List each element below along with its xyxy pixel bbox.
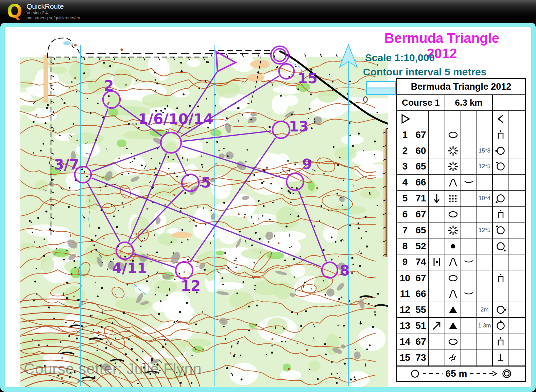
card-cell — [429, 302, 445, 318]
card-cell — [477, 127, 493, 143]
card-cell — [477, 334, 493, 350]
app-title: QuickRoute — [27, 2, 64, 11]
card-cell — [445, 334, 461, 350]
app-version: Version 2.4 — [27, 11, 48, 15]
card-cell — [508, 286, 525, 302]
card-cell — [493, 318, 508, 334]
card-cell — [461, 222, 477, 238]
card-cell — [461, 175, 477, 191]
knoll-dot — [74, 44, 77, 47]
card-cell — [445, 191, 461, 207]
card-cell — [493, 191, 508, 207]
card-cell — [397, 111, 413, 127]
open-land-patch — [250, 60, 270, 69]
card-cell: 12*5 — [477, 159, 493, 175]
card-cell — [493, 143, 508, 159]
card-cell — [461, 350, 477, 366]
card-cell: 66 — [413, 286, 429, 302]
card-cell — [461, 191, 477, 207]
card-cell — [493, 286, 508, 302]
control-label: 12 — [181, 278, 201, 294]
card-cell — [461, 318, 477, 334]
card-cell: 9 — [397, 254, 413, 270]
card-cell — [508, 302, 525, 318]
card-cell: 65 — [413, 159, 429, 175]
card-cell — [461, 143, 477, 159]
card-cell: 67 — [413, 207, 429, 222]
control-row: 13511.3m — [397, 318, 525, 334]
card-cell: 10*4 — [477, 191, 493, 207]
knoll-dot — [121, 49, 123, 51]
card-cell — [493, 270, 508, 286]
card-cell — [429, 207, 445, 222]
pond — [63, 41, 71, 45]
card-cell — [477, 286, 493, 302]
control-label: 5 — [201, 174, 211, 191]
card-cell — [493, 350, 508, 366]
card-cell — [508, 222, 525, 238]
card-cell — [508, 254, 525, 270]
card-cell — [429, 222, 445, 238]
card-cell: 2m — [477, 302, 493, 318]
finish-double-circle-icon — [502, 369, 512, 379]
app-url: matstroeng.se/quickroute/en — [27, 16, 80, 20]
card-cell — [508, 318, 525, 334]
card-cell — [508, 207, 525, 222]
scale-bar — [366, 82, 396, 88]
card-cell — [493, 175, 508, 191]
card-cell: 67 — [413, 270, 429, 286]
card-cell — [477, 238, 493, 254]
card-cell: 2 — [397, 143, 413, 159]
card-cell: 67 — [413, 334, 429, 350]
card-cell — [429, 270, 445, 286]
card-cell: 55 — [413, 302, 429, 318]
card-cell: 1.3m — [477, 318, 493, 334]
card-cell — [508, 111, 525, 127]
card-cell: 66 — [413, 175, 429, 191]
card-cell — [429, 175, 445, 191]
course-climb — [493, 95, 525, 110]
card-cell — [429, 191, 445, 207]
card-cell — [445, 238, 461, 254]
card-cell: 6 — [397, 207, 413, 222]
card-cell: 15 — [397, 350, 413, 366]
card-cell: 52 — [413, 238, 429, 254]
card-cell — [493, 334, 508, 350]
card-cell — [477, 111, 493, 127]
card-cell — [493, 238, 508, 254]
card-cell — [477, 270, 493, 286]
control-label: 15 — [298, 70, 317, 87]
card-cell — [445, 175, 461, 191]
course-name: Course 1 — [397, 95, 445, 110]
card-cell: 14 — [397, 334, 413, 350]
card-cell: 65 — [413, 222, 429, 238]
card-cell — [445, 302, 461, 318]
control-row: 466 — [397, 175, 525, 191]
card-cell — [461, 302, 477, 318]
card-cell — [445, 318, 461, 334]
finish-distance-row: 65 m — [397, 366, 525, 381]
card-course-row: Course 1 6.3 km — [397, 95, 525, 111]
card-cell — [477, 207, 493, 222]
finish-distance-label: 65 m — [446, 368, 467, 379]
card-cell — [493, 111, 508, 127]
card-cell — [493, 207, 508, 222]
card-cell — [493, 254, 508, 270]
quickroute-logo: Q — [6, 2, 23, 21]
control-label: 2 — [104, 77, 114, 94]
card-cell — [461, 207, 477, 222]
card-cell — [429, 143, 445, 159]
scale-bar-zero: 0 — [363, 94, 368, 105]
card-cell — [429, 254, 445, 270]
card-cell — [508, 334, 525, 350]
card-cell — [508, 191, 525, 207]
control-row: 1573 — [397, 350, 525, 366]
out-of-bounds-strip — [44, 55, 48, 103]
card-cell — [429, 350, 445, 366]
contour-interval-text: Contour interval 5 metres — [363, 66, 486, 78]
card-cell: 12*5 — [477, 222, 493, 238]
card-cell — [493, 222, 508, 238]
card-cell — [445, 222, 461, 238]
control-row: 12552m — [397, 302, 525, 318]
card-cell — [429, 159, 445, 175]
